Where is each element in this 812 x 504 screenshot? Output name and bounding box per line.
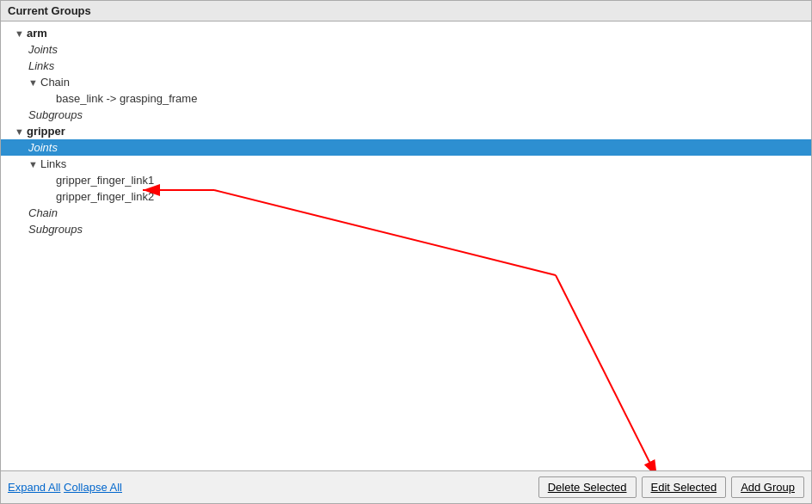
toggle-arm-chain[interactable]: ▼ xyxy=(28,77,39,88)
leaf-label-arm-links: Links xyxy=(28,59,54,72)
leaf-label-arm-joints: Joints xyxy=(28,43,58,56)
tree-item-gripper-links[interactable]: ▼ Links xyxy=(1,156,811,172)
tree-item-arm-links[interactable]: Links xyxy=(1,58,811,74)
group-label-gripper: gripper xyxy=(27,125,65,138)
expand-all-button[interactable]: Expand All xyxy=(8,481,60,494)
tree-area: ▼ arm Joints Links ▼ Chain base_ xyxy=(1,22,811,470)
tree-item-gripper-subgroups[interactable]: Subgroups xyxy=(1,221,811,237)
footer-buttons: Delete Selected Edit Selected Add Group xyxy=(538,476,804,498)
leaf-label-gripper-joints: Joints xyxy=(28,141,58,154)
chain-value-label: base_link -> grasping_frame xyxy=(56,92,197,105)
toggle-gripper-links[interactable]: ▼ xyxy=(28,159,39,169)
group-label-arm: arm xyxy=(27,27,47,40)
toggle-arm[interactable]: ▼ xyxy=(15,28,25,39)
collapse-all-button[interactable]: Collapse All xyxy=(64,481,122,494)
parent-label-arm-chain: Chain xyxy=(40,76,70,89)
footer-bar: Expand All Collapse All Delete Selected … xyxy=(1,470,811,503)
svg-line-4 xyxy=(556,275,657,470)
finger-link1-label: gripper_finger_link1 xyxy=(56,174,154,187)
leaf-label-gripper-chain: Chain xyxy=(28,206,58,219)
finger-link2-label: gripper_finger_link2 xyxy=(56,190,154,203)
tree-item-arm-chain[interactable]: ▼ Chain xyxy=(1,74,811,90)
tree-item-arm-chain-value[interactable]: base_link -> grasping_frame xyxy=(1,90,811,107)
tree-item-gripper-chain[interactable]: Chain xyxy=(1,205,811,221)
leaf-label-arm-subgroups: Subgroups xyxy=(28,108,83,121)
tree-item-gripper-finger-link1[interactable]: gripper_finger_link1 xyxy=(1,172,811,188)
panel-title: Current Groups xyxy=(8,4,91,17)
leaf-label-gripper-subgroups: Subgroups xyxy=(28,223,83,236)
tree-item-gripper[interactable]: ▼ gripper xyxy=(1,123,811,139)
tree-item-arm-joints[interactable]: Joints xyxy=(1,41,811,58)
footer-links: Expand All Collapse All xyxy=(8,481,122,494)
tree-item-gripper-joints[interactable]: Joints xyxy=(1,139,811,156)
main-container: Current Groups ▼ arm Joints Links ▼ C xyxy=(0,0,812,504)
tree-item-arm[interactable]: ▼ arm xyxy=(1,25,811,41)
toggle-gripper[interactable]: ▼ xyxy=(15,126,25,137)
tree-item-arm-subgroups[interactable]: Subgroups xyxy=(1,107,811,123)
panel-header: Current Groups xyxy=(1,1,811,22)
tree-item-gripper-finger-link2[interactable]: gripper_finger_link2 xyxy=(1,188,811,205)
parent-label-gripper-links: Links xyxy=(40,157,66,170)
edit-selected-button[interactable]: Edit Selected xyxy=(642,476,727,498)
add-group-button[interactable]: Add Group xyxy=(731,476,804,498)
delete-selected-button[interactable]: Delete Selected xyxy=(538,476,637,498)
